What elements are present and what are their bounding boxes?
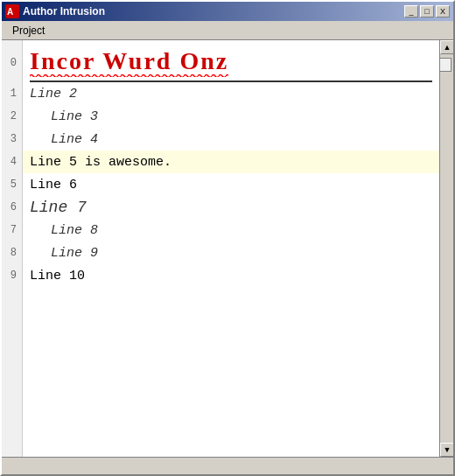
line-8: Line 9 [23,242,439,264]
editor-area: 0 1 2 3 4 5 6 7 8 9 Incor Wurd Onz [2,40,453,457]
line-2: Line 3 [23,105,439,128]
line-1: Line 2 [23,82,439,105]
maximize-button[interactable]: □ [420,5,434,18]
menu-project[interactable]: Project [5,23,52,38]
menu-bar: Project [2,21,453,40]
minimize-button[interactable]: _ [404,5,418,18]
line-4: Line 5 is awesome. [23,150,439,173]
title-bar: A Author Intrusion _ □ X [2,2,453,21]
app-icon: A [5,4,19,18]
line-5: Line 6 [23,173,439,196]
linenum-4: 4 [7,150,17,173]
vertical-scrollbar[interactable]: ▲ ▼ [439,40,453,457]
line-8-text: Line 9 [30,246,98,261]
close-button[interactable]: X [436,5,450,18]
line-4-text: Line 5 is awesome. [30,155,172,170]
scroll-up-button[interactable]: ▲ [440,40,453,54]
status-bar [2,457,453,474]
linenum-2: 2 [7,105,17,128]
line-0-text: Incor Wurd Onz [30,47,228,75]
linenum-6: 6 [7,196,17,219]
line-9: Line 10 [23,264,439,287]
linenum-5: 5 [7,173,17,196]
main-area: 0 1 2 3 4 5 6 7 8 9 Incor Wurd Onz [2,40,453,457]
linenum-0: 0 [7,44,17,82]
window-title: Author Intrusion [23,5,404,18]
linenum-7: 7 [7,219,17,242]
window-controls: _ □ X [404,5,450,18]
line-6-text: Line 7 [30,199,87,216]
line-5-text: Line 6 [30,178,77,192]
line-numbers: 0 1 2 3 4 5 6 7 8 9 [2,40,23,457]
line-7: Line 8 [23,219,439,242]
linenum-1: 1 [7,82,17,105]
line-2-text: Line 3 [30,109,98,124]
line-3-text: Line 4 [30,132,98,147]
linenum-8: 8 [7,242,17,264]
line-3: Line 4 [23,128,439,150]
linenum-3: 3 [7,128,17,150]
text-editor[interactable]: Incor Wurd Onz Line 2 Line 3 Line 4 [23,40,439,457]
line-0: Incor Wurd Onz [23,44,439,82]
svg-text:A: A [7,7,13,17]
line-6: Line 7 [23,196,439,219]
line-1-text: Line 2 [30,87,77,102]
linenum-9: 9 [7,264,17,287]
line-7-text: Line 8 [30,223,98,238]
scroll-thumb[interactable] [439,58,452,72]
line-9-text: Line 10 [30,269,85,284]
scroll-down-button[interactable]: ▼ [440,443,453,457]
main-window: A Author Intrusion _ □ X Project 0 1 2 3… [0,0,455,476]
scroll-track[interactable] [440,54,453,443]
